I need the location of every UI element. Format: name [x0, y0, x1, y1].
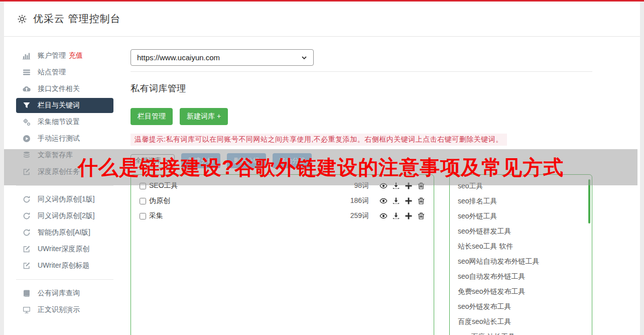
- gear-icon: [17, 14, 27, 24]
- edit-icon: [23, 262, 31, 270]
- notice-text: 温馨提示:私有词库可以在同账号不同网站之间共享使用,不必重复添加。右侧框内关键词…: [131, 134, 507, 146]
- funnel-icon: [23, 101, 31, 109]
- refresh-icon: [23, 212, 31, 220]
- sidebar-item-采集细节设置[interactable]: 采集细节设置: [16, 115, 113, 130]
- refresh-icon: [23, 195, 31, 203]
- app-header: 优采云 管理控制台: [4, 2, 640, 37]
- keyword-item[interactable]: seo 百度 站长工具: [450, 329, 592, 335]
- keyword-item[interactable]: seo外链发布工具: [450, 299, 592, 314]
- trash-icon[interactable]: [417, 197, 425, 205]
- download-icon[interactable]: [392, 197, 400, 205]
- sidebar-item-同义词伪原创[1版][interactable]: 同义词伪原创[1版]: [16, 192, 113, 207]
- list-icon: [23, 68, 31, 76]
- play-icon: [23, 135, 31, 143]
- bar-chart-icon: [23, 52, 31, 60]
- lexicon-row: 伪原创186词: [131, 193, 434, 208]
- sidebar-item-UWriter原创标题[interactable]: UWriter原创标题: [16, 258, 113, 273]
- main-content: https://www.ucaiyun.com 私有词库管理 栏目管理 新建词库…: [125, 37, 640, 335]
- trash-icon[interactable]: [417, 212, 425, 220]
- sidebar-item-智能伪原创[AI版][interactable]: 智能伪原创[AI版]: [16, 225, 113, 240]
- sidebar-item-正文识别演示[interactable]: 正文识别演示: [16, 302, 113, 317]
- monitor-icon: [23, 306, 31, 314]
- keyword-item[interactable]: 百度seo站长工具: [450, 314, 592, 329]
- add-icon[interactable]: [405, 212, 413, 220]
- section-title: 私有词库管理: [131, 82, 640, 94]
- sidebar-item-label: 同义词伪原创[1版]: [38, 195, 95, 204]
- chevron-down-icon: [301, 55, 307, 61]
- keyword-item[interactable]: seo排名工具: [450, 193, 592, 208]
- sidebar-item-公有词库查询[interactable]: 公有词库查询: [16, 286, 113, 301]
- page-title: 优采云 管理控制台: [33, 12, 121, 26]
- sidebar-item-同义词伪原创[2版][interactable]: 同义词伪原创[2版]: [16, 208, 113, 224]
- sidebar-item-label: 账户管理: [38, 51, 66, 60]
- lexicon-checkbox[interactable]: [140, 198, 146, 204]
- sidebar-item-UWriter深度原创[interactable]: UWriter深度原创: [16, 242, 113, 257]
- sidebar-item-label: 同义词伪原创[2版]: [38, 211, 95, 220]
- lexicon-name: 伪原创: [149, 196, 170, 205]
- site-select[interactable]: https://www.ucaiyun.com: [131, 49, 314, 66]
- sidebar-item-label: 采集细节设置: [38, 118, 80, 127]
- sidebar-item-栏目与关键词[interactable]: 栏目与关键词: [16, 98, 113, 113]
- keyword-item[interactable]: 免费seo外链发布工具: [450, 284, 592, 299]
- keyword-list-panel: seo工具seo排名工具seo外链工具seo外链群发工具站长seo工具 软件se…: [449, 174, 592, 335]
- site-select-value: https://www.ucaiyun.com: [137, 53, 220, 62]
- lexicon-list-panel: SEO工具98词伪原创186词采集259词: [131, 174, 434, 335]
- watermark-banner: 什么是链接建设?谷歌外链建设的注意事项及常见方式: [4, 149, 637, 185]
- refresh-icon: [23, 229, 31, 237]
- lexicon-word-count: 186词: [350, 196, 369, 205]
- sidebar-item-label: UWriter深度原创: [38, 245, 89, 254]
- sidebar-item-label: 手动运行测试: [38, 134, 80, 143]
- keyword-panel-scrollbar[interactable]: [588, 179, 590, 224]
- sidebar-item-手动运行测试[interactable]: 手动运行测试: [16, 131, 113, 146]
- sidebar-item-站点管理[interactable]: 站点管理: [16, 65, 113, 80]
- sidebar-item-label: 接口文件相关: [38, 84, 80, 93]
- sidebar: 账户管理充值站点管理接口文件相关栏目与关键词采集细节设置手动运行测试文章暂存库深…: [4, 37, 125, 335]
- sidebar-item-接口文件相关[interactable]: 接口文件相关: [16, 81, 113, 96]
- gears-icon: [23, 118, 31, 126]
- cloud-upload-icon: [23, 85, 31, 93]
- lexicon-checkbox[interactable]: [140, 213, 146, 219]
- manage-columns-button[interactable]: 栏目管理: [131, 108, 173, 125]
- sidebar-item-label: 栏目与关键词: [38, 101, 80, 110]
- divider: [131, 71, 592, 72]
- keyword-item[interactable]: seo外链工具: [450, 208, 592, 224]
- watermark-text: 什么是链接建设?谷歌外链建设的注意事项及常见方式: [78, 154, 564, 181]
- keyword-item[interactable]: seo网站自动发布外链工具: [450, 254, 592, 269]
- eye-icon[interactable]: [379, 197, 388, 205]
- sidebar-item-账户管理[interactable]: 账户管理充值: [16, 48, 113, 63]
- lexicon-word-count: 259词: [350, 211, 369, 220]
- book-icon: [23, 289, 31, 297]
- edit-icon: [23, 245, 31, 253]
- download-icon[interactable]: [392, 212, 400, 220]
- lexicon-name: 采集: [149, 211, 163, 220]
- add-icon[interactable]: [405, 197, 413, 205]
- eye-icon[interactable]: [379, 212, 388, 220]
- keyword-item[interactable]: seo自动发布外链工具: [450, 269, 592, 284]
- sidebar-item-label: UWriter原创标题: [38, 261, 89, 270]
- keyword-item[interactable]: seo外链群发工具: [450, 224, 592, 239]
- sidebar-item-label: 站点管理: [38, 68, 66, 77]
- recharge-badge[interactable]: 充值: [69, 51, 83, 60]
- sidebar-item-label: 公有词库查询: [38, 289, 80, 298]
- top-accent-line: [0, 0, 644, 2]
- keyword-item[interactable]: 站长seo工具 软件: [450, 239, 592, 254]
- sidebar-item-label: 智能伪原创[AI版]: [38, 228, 90, 237]
- sidebar-divider: [16, 185, 113, 186]
- new-lexicon-button[interactable]: 新建词库 +: [180, 108, 228, 125]
- sidebar-divider: [16, 279, 113, 280]
- lexicon-row: 采集259词: [131, 208, 434, 224]
- sidebar-item-label: 正文识别演示: [38, 305, 80, 314]
